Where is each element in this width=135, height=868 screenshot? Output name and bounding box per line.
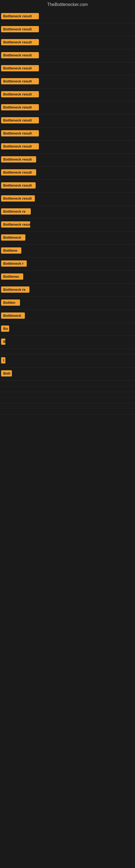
result-row: [0, 380, 135, 386]
bottleneck-badge[interactable]: Bottleneck result: [1, 91, 39, 97]
result-row: Bottleneck result: [0, 88, 135, 101]
result-row: I: [0, 354, 135, 368]
bottleneck-badge[interactable]: Bottleneck result: [1, 13, 39, 19]
result-row: Bottleneck resul: [0, 219, 135, 231]
result-row: Bottleneck re: [0, 284, 135, 297]
bottleneck-badge[interactable]: Bottleneck result: [1, 78, 39, 84]
bottleneck-badge[interactable]: Bottleneck result: [1, 130, 39, 136]
result-row: Bottleneck result: [0, 166, 135, 180]
bottleneck-badge[interactable]: Bottleneck r: [1, 260, 27, 267]
bottleneck-badge[interactable]: I: [1, 357, 5, 364]
result-row: Bottleneck result: [0, 75, 135, 88]
bottleneck-badge[interactable]: Bottleneck result: [1, 65, 39, 71]
result-row: [0, 409, 135, 415]
bottleneck-badge[interactable]: Bottleneck result: [1, 26, 39, 32]
bottleneck-badge[interactable]: Bottleneck resul: [1, 221, 30, 227]
site-title: TheBottlenecker.com: [0, 0, 135, 10]
bottleneck-badge[interactable]: Bottleneck result: [1, 182, 36, 188]
bottleneck-badge[interactable]: Bottleneck result: [1, 156, 36, 162]
result-row: Bottleneck: [0, 310, 135, 323]
result-row: Bottlenec: [0, 271, 135, 284]
bottleneck-badge[interactable]: Bott: [1, 370, 12, 376]
bottleneck-badge[interactable]: Bottleneck result: [1, 39, 39, 45]
result-row: Bottleneck result: [0, 23, 135, 36]
bottleneck-badge[interactable]: Bottleneck result: [1, 104, 39, 111]
result-row: Bottleneck result: [0, 62, 135, 75]
bottleneck-badge[interactable]: Bottleneck: [1, 235, 26, 241]
result-row: Bottleneck result: [0, 180, 135, 193]
bottleneck-badge[interactable]: Bottlen: [1, 300, 20, 306]
bottleneck-badge[interactable]: Bottlene: [1, 247, 21, 254]
bottleneck-badge[interactable]: Bottlenec: [1, 273, 23, 280]
result-row: [0, 349, 135, 354]
result-row: Bott: [0, 368, 135, 380]
result-row: Bottlen: [0, 297, 135, 310]
bottleneck-badge[interactable]: Bo: [1, 326, 9, 332]
result-row: Bottleneck result: [0, 50, 135, 62]
bottleneck-badge[interactable]: Bottleneck re: [1, 208, 31, 215]
result-row: Bottlene: [0, 245, 135, 258]
result-row: [0, 386, 135, 392]
result-row: Bottleneck re: [0, 206, 135, 219]
result-row: Bottleneck result: [0, 101, 135, 115]
result-row: Bottleneck result: [0, 193, 135, 206]
bottleneck-badge[interactable]: Bottleneck result: [1, 169, 36, 176]
bottleneck-badge[interactable]: Bottleneck: [1, 312, 25, 319]
bottleneck-badge[interactable]: B: [1, 339, 5, 345]
result-row: [0, 392, 135, 398]
result-row: Bottleneck result: [0, 10, 135, 23]
result-row: B: [0, 336, 135, 349]
bottleneck-badge[interactable]: Bottleneck result: [1, 143, 39, 150]
bottleneck-badge[interactable]: Bottleneck re: [1, 286, 30, 293]
bottleneck-badge[interactable]: Bottleneck result: [1, 52, 39, 58]
result-row: Bottleneck result: [0, 127, 135, 141]
bottleneck-badge[interactable]: Bottleneck result: [1, 195, 35, 202]
result-row: Bottleneck r: [0, 258, 135, 271]
result-row: Bottleneck result: [0, 115, 135, 127]
result-row: Bo: [0, 323, 135, 336]
result-row: [0, 398, 135, 403]
result-row: [0, 403, 135, 409]
result-row: Bottleneck: [0, 231, 135, 245]
result-row: Bottleneck result: [0, 36, 135, 50]
result-row: Bottleneck result: [0, 141, 135, 154]
result-row: Bottleneck result: [0, 154, 135, 166]
bottleneck-badge[interactable]: Bottleneck result: [1, 117, 39, 123]
